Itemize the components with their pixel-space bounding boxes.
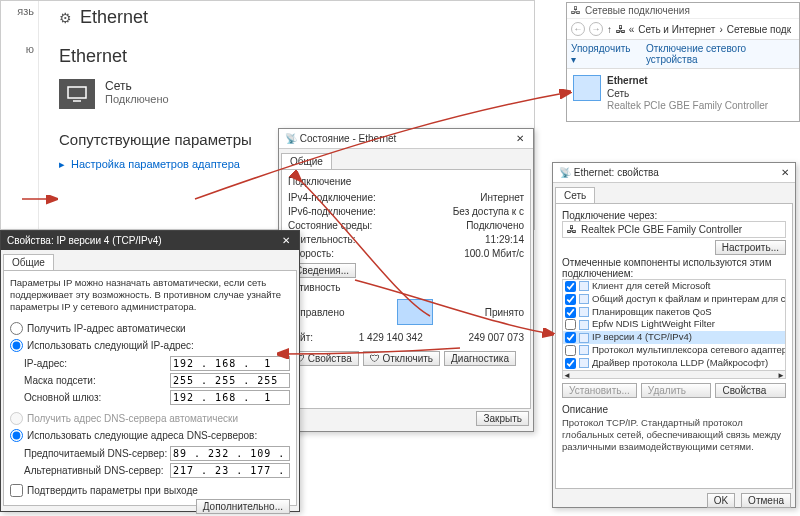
component-label: Общий доступ к файлам и принтерам для се… xyxy=(592,293,785,306)
value: Без доступа к с xyxy=(453,205,524,219)
component-icon xyxy=(579,358,589,368)
component-item[interactable]: Планировщик пакетов QoS xyxy=(563,306,785,319)
network-tile[interactable]: Сеть Подключено xyxy=(59,79,522,109)
configure-button[interactable]: Настроить... xyxy=(715,240,786,255)
diagnose-button[interactable]: Диагностика xyxy=(444,351,516,366)
conn-net: Сеть xyxy=(607,88,768,101)
conn-name: Ethernet xyxy=(607,75,768,88)
component-icon xyxy=(579,345,589,355)
ok-button[interactable]: OK xyxy=(707,493,735,508)
component-checkbox[interactable] xyxy=(565,345,576,356)
component-checkbox[interactable] xyxy=(565,281,576,292)
ethernet-properties-dialog: 📡 Ethernet: свойства ✕ Сеть Подключение … xyxy=(552,162,796,508)
value: 11:29:14 xyxy=(485,233,524,247)
component-label: Протокол мультиплексора сетевого адаптер… xyxy=(592,344,785,357)
component-item[interactable]: Драйвер протокола LLDP (Майкрософт) xyxy=(563,357,785,370)
component-item[interactable]: Клиент для сетей Microsoft xyxy=(563,280,785,293)
component-checkbox[interactable] xyxy=(565,307,576,318)
organize-menu[interactable]: Упорядочить ▾ xyxy=(571,43,636,65)
label: IPv6-подключение: xyxy=(288,205,376,219)
group-label: Активность xyxy=(288,282,524,293)
ipv4-properties-dialog: Свойства: IP версии 4 (TCP/IPv4) ✕ Общие… xyxy=(0,230,300,512)
advanced-button[interactable]: Дополнительно... xyxy=(196,499,290,514)
tab-network[interactable]: Сеть xyxy=(555,187,595,203)
gear-icon xyxy=(59,7,72,28)
dns1-label: Предпочитаемый DNS-сервер: xyxy=(24,448,167,459)
component-checkbox[interactable] xyxy=(565,294,576,305)
item-properties-button[interactable]: Свойства xyxy=(715,383,786,398)
component-label: Epfw NDIS LightWeight Filter xyxy=(592,318,715,331)
fwd-button[interactable]: → xyxy=(589,22,603,36)
status-dialog: 📡 Состояние - Ethernet ✕ Общие Подключен… xyxy=(278,128,534,432)
dns2-input[interactable] xyxy=(170,463,290,478)
up-button[interactable]: ↑ xyxy=(607,24,612,35)
components-list[interactable]: Клиент для сетей MicrosoftОбщий доступ к… xyxy=(562,279,786,379)
folder-icon: 🖧 « xyxy=(616,24,634,35)
arrow-icon: ▸ xyxy=(59,158,65,171)
crumb[interactable]: Сеть и Интернет xyxy=(638,24,715,35)
section-title: Ethernet xyxy=(59,46,522,67)
page-title: Ethernet xyxy=(59,7,522,28)
disable-button[interactable]: 🛡 Отключить xyxy=(363,351,440,366)
network-status: Подключено xyxy=(105,93,169,105)
radio-static-ip[interactable]: Использовать следующий IP-адрес: xyxy=(10,339,290,352)
toolbar: Упорядочить ▾ Отключение сетевого устрой… xyxy=(567,40,799,69)
mask-input[interactable] xyxy=(170,373,290,388)
component-item[interactable]: Общий доступ к файлам и принтерам для се… xyxy=(563,293,785,306)
close-button[interactable]: Закрыть xyxy=(476,411,529,426)
sent-value: 1 429 140 342 xyxy=(359,331,423,345)
dns2-label: Альтернативный DNS-сервер: xyxy=(24,465,164,476)
nav-item[interactable]: ю xyxy=(3,43,36,55)
close-button[interactable]: ✕ xyxy=(279,235,293,246)
cancel-button[interactable]: Отмена xyxy=(741,493,791,508)
validate-checkbox[interactable]: Подтвердить параметры при выходе xyxy=(10,484,290,497)
description-text: Протокол TCP/IP. Стандартный протокол гл… xyxy=(562,417,786,453)
label: Подключение через: xyxy=(562,210,786,221)
ip-input[interactable] xyxy=(170,356,290,371)
tab-general[interactable]: Общие xyxy=(3,254,54,270)
components-label: Отмеченные компоненты используются этим … xyxy=(562,257,786,279)
disable-device[interactable]: Отключение сетевого устройства xyxy=(646,43,795,65)
component-checkbox[interactable] xyxy=(565,332,576,343)
component-icon xyxy=(579,281,589,291)
recv-value: 249 007 073 xyxy=(468,331,524,345)
gateway-input[interactable] xyxy=(170,390,290,405)
dns1-input[interactable] xyxy=(170,446,290,461)
recv-label: Принято xyxy=(485,307,524,318)
titlebar: 🖧 Сетевые подключения xyxy=(567,3,799,19)
radio-auto-ip[interactable]: Получить IP-адрес автоматически xyxy=(10,322,290,335)
nav-item[interactable]: язь xyxy=(3,5,36,17)
component-icon xyxy=(579,320,589,330)
component-item[interactable]: Протокол мультиплексора сетевого адаптер… xyxy=(563,344,785,357)
connection-item[interactable]: Ethernet Сеть Realtek PCIe GBE Family Co… xyxy=(567,69,799,119)
value: Интернет xyxy=(480,191,524,205)
description-header: Описание xyxy=(562,404,786,415)
tab-general[interactable]: Общие xyxy=(281,153,332,169)
component-label: Планировщик пакетов QoS xyxy=(592,306,712,319)
label: Состояние среды: xyxy=(288,219,372,233)
close-button[interactable]: ✕ xyxy=(513,133,527,144)
settings-leftnav: язь ю xyxy=(1,1,39,229)
remove-button[interactable]: Удалить xyxy=(641,383,712,398)
radio-auto-dns[interactable]: Получить адрес DNS-сервера автоматически xyxy=(10,412,290,425)
mask-label: Маска подсети: xyxy=(24,375,96,386)
component-icon xyxy=(579,307,589,317)
install-button[interactable]: Установить... xyxy=(562,383,637,398)
back-button[interactable]: ← xyxy=(571,22,585,36)
component-label: Драйвер протокола LLDP (Майкрософт) xyxy=(592,357,768,370)
component-item[interactable]: Epfw NDIS LightWeight Filter xyxy=(563,318,785,331)
component-icon xyxy=(579,333,589,343)
group-label: Подключение xyxy=(288,176,524,187)
window-title: Свойства: IP версии 4 (TCP/IPv4) xyxy=(7,235,162,246)
scrollbar[interactable]: ◄► xyxy=(563,370,785,378)
component-checkbox[interactable] xyxy=(565,319,576,330)
close-button[interactable]: ✕ xyxy=(781,167,789,178)
component-item[interactable]: IP версии 4 (TCP/IPv4) xyxy=(563,331,785,344)
crumb[interactable]: Сетевые подк xyxy=(727,24,791,35)
conn-adapter: Realtek PCIe GBE Family Controller xyxy=(607,100,768,113)
radio-static-dns[interactable]: Использовать следующие адреса DNS-сервер… xyxy=(10,429,290,442)
component-checkbox[interactable] xyxy=(565,358,576,369)
adapter-icon xyxy=(573,75,601,101)
network-connections-window: 🖧 Сетевые подключения ← → ↑ 🖧 « Сеть и И… xyxy=(566,2,800,122)
activity-icon xyxy=(397,299,433,325)
